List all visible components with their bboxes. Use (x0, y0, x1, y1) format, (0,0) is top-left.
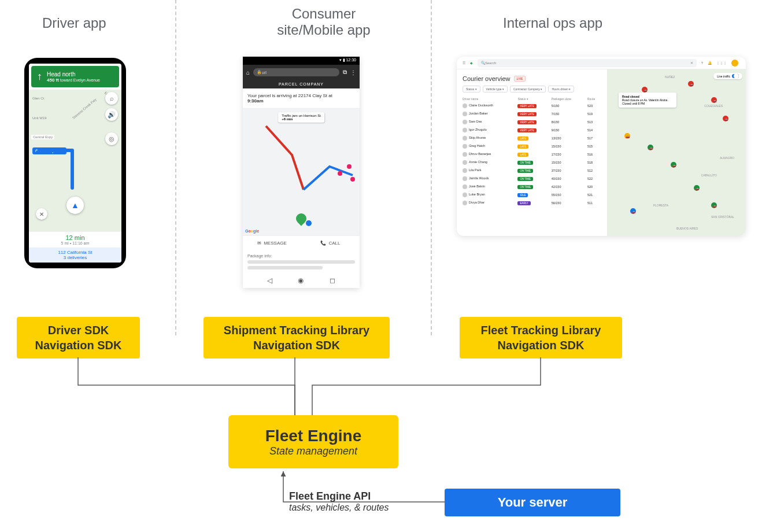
driver-sdk-box: Driver SDK Navigation SDK (17, 317, 140, 359)
action-row: ✉MESSAGE 📞CALL (243, 235, 360, 250)
sdk-line2: Navigation SDK (214, 338, 379, 353)
col-title-consumer: Consumer site/Mobile app (266, 6, 382, 38)
filter-pill: Hours driven ▾ (548, 86, 574, 93)
courier-marker: 🚗 (671, 162, 676, 168)
fleet-title: Fleet Engine (265, 427, 361, 445)
sdk-line1: Driver SDK (27, 323, 130, 338)
column-divider-1 (175, 0, 176, 335)
address-bar: 112 California St 3 deliveries (29, 247, 121, 263)
fleet-engine-box: Fleet Engine State management (228, 415, 398, 468)
district-label: FLORESTA (653, 204, 668, 207)
api-label: Fleet Engine API tasks, vehicles, & rout… (289, 490, 389, 513)
recent-icon: ◻ (330, 276, 335, 285)
col-title-ops: Internal ops app (503, 15, 602, 31)
back-icon: ◁ (267, 276, 272, 285)
eta-time: 12 min (34, 234, 117, 241)
courier-table: Driver nameStatus ▾Packages doneRoute Cl… (463, 96, 601, 207)
table-row: Luke BryanIDLE55/150521 (463, 191, 601, 199)
server-box: Your server (445, 489, 620, 516)
help-icon: ? (701, 61, 703, 65)
stop-dot (338, 171, 342, 176)
message-icon: ✉ (257, 241, 261, 246)
call-button: 📞CALL (301, 236, 360, 250)
courier-marker: 🚗 (630, 208, 636, 214)
toggle-icon (732, 74, 739, 78)
table-header: Driver name (463, 96, 517, 102)
bell-icon: 🔔 (708, 61, 712, 65)
phone-screen: ↑ Head north 450 ft toward Evelyn Avenue… (29, 64, 121, 263)
nav-instruction: Head north (47, 71, 100, 77)
table-header: Status ▾ (517, 96, 551, 102)
nav-distance: 450 ft (47, 77, 59, 83)
courier-marker: 🚗 (711, 97, 717, 103)
android-nav: ◁ ◉ ◻ (243, 273, 360, 288)
table-row: Divya DharEARLY56/150511 (463, 199, 601, 207)
vehicle-dot (306, 220, 312, 226)
avatar (731, 60, 738, 66)
live-badge: LIVE (514, 76, 526, 82)
courier-marker: 🚗 (723, 116, 728, 121)
sdk-line2: Navigation SDK (470, 338, 612, 353)
col-title-driver: Driver app (42, 15, 106, 31)
ops-dashboard-mockup: ☰ ◆ 🔍 Search✕ ? 🔔 ⋮⋮⋮ Courier overview L… (457, 57, 746, 236)
filter-pill: Contractor Company ▾ (510, 86, 546, 93)
column-divider-2 (431, 0, 432, 335)
table-row: Dhruv BanerjeeLATE17/150516 (463, 150, 601, 158)
message-button: ✉MESSAGE (243, 236, 301, 250)
eta-sub: 5 mi • 11:16 am (34, 241, 117, 245)
courier-marker: 🚗 (711, 202, 717, 208)
map-popup: Road closed Road closure on Av. Valentín… (619, 93, 676, 108)
nav-sub: toward Evelyn Avenue (60, 78, 100, 82)
dashboard-title: Courier overview LIVE (463, 75, 601, 82)
api-title: Fleet Engine API (289, 490, 389, 503)
table-row: Jamila WoodsON TIME40/150522 (463, 175, 601, 183)
more-icon: ⋮ (350, 69, 356, 76)
district-label: ALMAGRO (720, 156, 734, 160)
ops-sdk-box: Fleet Tracking Library Navigation SDK (460, 317, 622, 359)
table-header: Packages done (552, 96, 587, 102)
dashboard-map: Live traffic Road closed Road closure on… (607, 69, 746, 236)
courier-marker: 🚗 (642, 87, 648, 93)
parcel-message: Your parcel is arriving at 22174 Clay St… (243, 88, 360, 109)
table-header: Route (587, 96, 601, 102)
dashboard-search: 🔍 Search✕ (478, 59, 697, 67)
mobile-status-bar: ▾ ▮ 12:30 (243, 57, 360, 65)
sdk-line2: Navigation SDK (27, 338, 130, 353)
url-bar: ⌂ 🔒 url ⧉ ⋮ (243, 65, 360, 80)
parcel-header: PARCEL COMPANY (243, 80, 360, 88)
driver-phone-mockup: ↑ Head north 450 ft toward Evelyn Avenue… (24, 58, 126, 268)
logo-icon: ◆ (470, 61, 473, 65)
home-icon: ⌂ (246, 69, 250, 76)
dashboard-left-panel: Courier overview LIVE Status ▾Vehicle ty… (457, 69, 607, 236)
table-row: José BalvinON TIME42/150520 (463, 183, 601, 191)
tabs-icon: ⧉ (343, 69, 347, 76)
arrow-up-icon: ↑ (37, 71, 42, 83)
addr-line2: 3 deliveries (31, 255, 119, 260)
dashboard-topbar: ☰ ◆ 🔍 Search✕ ? 🔔 ⋮⋮⋮ (457, 57, 746, 69)
table-row: Annie ChangON TIME15/150518 (463, 158, 601, 167)
filter-pill: Vehicle type ▾ (483, 86, 508, 93)
stop-dot (347, 164, 352, 169)
home-icon: ◉ (298, 276, 304, 285)
sdk-line1: Fleet Tracking Library (470, 323, 612, 338)
district-label: BUENOS AIRES (676, 227, 698, 230)
table-row: Igor ZhogoloVERY LATE9/150514 (463, 126, 601, 134)
district-label: NUÑEZ (665, 75, 675, 79)
courier-marker: 🚗 (624, 133, 630, 139)
nav-banner: ↑ Head north 450 ft toward Evelyn Avenue (31, 66, 119, 87)
table-row: Lila ParkON TIME37/150512 (463, 167, 601, 175)
table-row: Jordan BakerVERY LATE7/150519 (463, 110, 601, 118)
consumer-browser-mockup: ▾ ▮ 12:30 ⌂ 🔒 url ⧉ ⋮ PARCEL COMPANY You… (243, 57, 360, 288)
consumer-sdk-box: Shipment Tracking Library Navigation SDK (204, 317, 390, 359)
phone-icon: 📞 (320, 241, 326, 246)
courier-marker: 🚗 (694, 185, 700, 191)
table-row: Greg HatchLATE15/150515 (463, 142, 601, 150)
close-icon: ✕ (36, 208, 47, 220)
table-row: Skip AhumeLATE13/150517 (463, 134, 601, 142)
navigation-cursor-icon: ▲ (66, 197, 84, 214)
apps-icon: ⋮⋮⋮ (716, 61, 727, 65)
live-traffic-toggle: Live traffic (713, 73, 742, 79)
district-label: COLEGIALES (704, 104, 723, 108)
courier-marker: 🚗 (648, 145, 653, 150)
district-label: CABALLITO (701, 173, 717, 177)
